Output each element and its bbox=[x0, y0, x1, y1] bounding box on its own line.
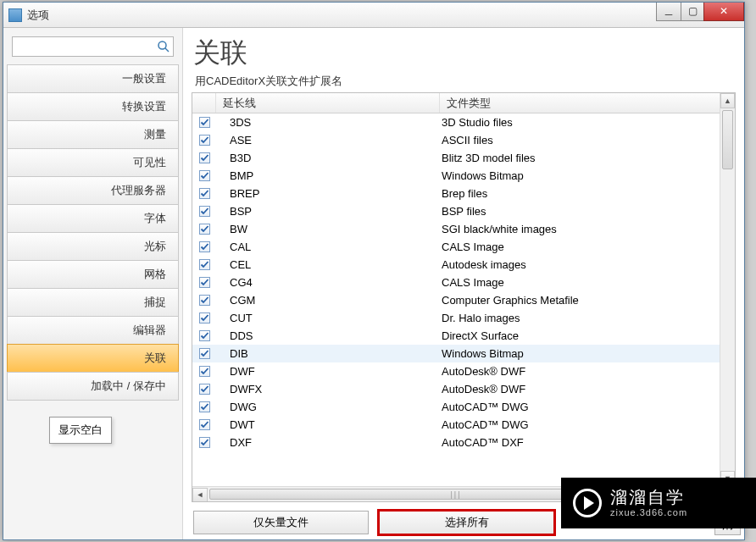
checkbox[interactable] bbox=[199, 419, 210, 430]
row-ext: CEL bbox=[216, 258, 440, 271]
table-row[interactable]: 3DS3D Studio files bbox=[192, 113, 720, 131]
col-checkbox[interactable] bbox=[192, 93, 216, 113]
page-title: 关联 bbox=[193, 35, 736, 72]
table-row[interactable]: DWTAutoCAD™ DWG bbox=[192, 416, 720, 434]
sidebar-item-10[interactable]: 关联 bbox=[7, 344, 179, 373]
row-checkbox-cell[interactable] bbox=[192, 117, 216, 128]
minimize-button[interactable]: ─ bbox=[656, 3, 681, 21]
scroll-thumb[interactable] bbox=[722, 110, 733, 169]
row-checkbox-cell[interactable] bbox=[192, 401, 216, 412]
row-checkbox-cell[interactable] bbox=[192, 348, 216, 359]
row-checkbox-cell[interactable] bbox=[192, 135, 216, 146]
table-row[interactable]: CG4CALS Image bbox=[192, 274, 720, 291]
sidebar-item-8[interactable]: 捕捉 bbox=[7, 288, 179, 317]
table-body: 3DS3D Studio filesASEASCII filesB3DBlitz… bbox=[192, 113, 720, 486]
sidebar-item-4[interactable]: 代理服务器 bbox=[7, 176, 179, 205]
sidebar-item-9[interactable]: 编辑器 bbox=[7, 316, 179, 345]
table-row[interactable]: BWSGI black/white images bbox=[192, 220, 720, 238]
row-checkbox-cell[interactable] bbox=[192, 259, 216, 270]
row-checkbox-cell[interactable] bbox=[192, 170, 216, 181]
vertical-scrollbar[interactable]: ▲ ▼ bbox=[720, 93, 735, 486]
table-row[interactable]: CALCALS Image bbox=[192, 238, 720, 256]
options-window: 选项 ─ ▢ ✕ 一般设置转换设置测量可见性代理服务器字体光标网格捕捉编辑器关联… bbox=[3, 2, 745, 540]
checkbox[interactable] bbox=[199, 170, 210, 181]
sidebar-item-6[interactable]: 光标 bbox=[7, 232, 179, 261]
titlebar[interactable]: 选项 ─ ▢ ✕ bbox=[3, 3, 744, 28]
checkbox[interactable] bbox=[199, 206, 210, 217]
sidebar-item-11[interactable]: 加载中 / 保存中 bbox=[7, 372, 179, 401]
search-input[interactable] bbox=[12, 36, 174, 57]
sidebar-item-2[interactable]: 测量 bbox=[7, 120, 179, 149]
table-row[interactable]: CELAutodesk images bbox=[192, 256, 720, 274]
table-row[interactable]: CUTDr. Halo images bbox=[192, 309, 720, 327]
row-type: ASCII files bbox=[440, 134, 720, 147]
sidebar-item-3[interactable]: 可见性 bbox=[7, 148, 179, 177]
table-row[interactable]: DIBWindows Bitmap bbox=[192, 345, 720, 362]
row-checkbox-cell[interactable] bbox=[192, 277, 216, 288]
watermark-url: zixue.3d66.com bbox=[610, 507, 687, 518]
checkbox[interactable] bbox=[199, 348, 210, 359]
table-row[interactable]: DWFAutoDesk® DWF bbox=[192, 362, 720, 380]
row-checkbox-cell[interactable] bbox=[192, 366, 216, 377]
table-row[interactable]: B3DBlitz 3D model files bbox=[192, 149, 720, 167]
checkbox[interactable] bbox=[199, 401, 210, 412]
search-icon[interactable] bbox=[157, 40, 170, 53]
row-ext: ASE bbox=[216, 134, 440, 147]
checkbox[interactable] bbox=[199, 330, 210, 341]
search-wrapper bbox=[12, 36, 174, 57]
row-checkbox-cell[interactable] bbox=[192, 295, 216, 306]
checkbox[interactable] bbox=[199, 241, 210, 252]
row-checkbox-cell[interactable] bbox=[192, 330, 216, 341]
row-checkbox-cell[interactable] bbox=[192, 152, 216, 163]
checkbox[interactable] bbox=[199, 295, 210, 306]
maximize-button[interactable]: ▢ bbox=[681, 3, 704, 21]
col-filetype[interactable]: 文件类型 bbox=[440, 93, 735, 113]
checkbox[interactable] bbox=[199, 152, 210, 163]
watermark: 溜溜自学 zixue.3d66.com bbox=[561, 478, 756, 528]
vector-only-button[interactable]: 仅矢量文件 bbox=[193, 511, 369, 534]
scroll-left-arrow-icon[interactable]: ◄ bbox=[192, 488, 208, 502]
tooltip: 显示空白 bbox=[49, 417, 112, 444]
table-row[interactable]: BMPWindows Bitmap bbox=[192, 167, 720, 185]
row-checkbox-cell[interactable] bbox=[192, 384, 216, 395]
table-row[interactable]: BSPBSP files bbox=[192, 202, 720, 220]
row-checkbox-cell[interactable] bbox=[192, 241, 216, 252]
select-all-button[interactable]: 选择所有 bbox=[379, 511, 554, 534]
table-row[interactable]: DDSDirectX Surface bbox=[192, 327, 720, 345]
checkbox[interactable] bbox=[199, 312, 210, 324]
table-row[interactable]: DWFXAutoDesk® DWF bbox=[192, 380, 720, 398]
row-checkbox-cell[interactable] bbox=[192, 437, 216, 448]
checkbox[interactable] bbox=[199, 135, 210, 146]
table-row[interactable]: CGMComputer Graphics Metafile bbox=[192, 291, 720, 309]
row-ext: DWT bbox=[216, 418, 440, 431]
sidebar-item-1[interactable]: 转换设置 bbox=[7, 92, 179, 121]
table-row[interactable]: ASEASCII files bbox=[192, 131, 720, 149]
sidebar-item-0[interactable]: 一般设置 bbox=[7, 64, 179, 93]
checkbox[interactable] bbox=[199, 259, 210, 270]
row-checkbox-cell[interactable] bbox=[192, 419, 216, 430]
row-checkbox-cell[interactable] bbox=[192, 312, 216, 324]
sidebar-item-5[interactable]: 字体 bbox=[7, 204, 179, 233]
row-checkbox-cell[interactable] bbox=[192, 224, 216, 235]
close-button[interactable]: ✕ bbox=[703, 3, 744, 21]
checkbox[interactable] bbox=[199, 224, 210, 235]
checkbox[interactable] bbox=[199, 277, 210, 288]
scroll-track[interactable] bbox=[720, 108, 735, 471]
col-extension[interactable]: 延长线 bbox=[216, 93, 440, 113]
row-ext: CGM bbox=[216, 294, 440, 307]
row-type: BSP files bbox=[440, 205, 720, 218]
checkbox[interactable] bbox=[199, 188, 210, 199]
table-row[interactable]: DXFAutoCAD™ DXF bbox=[192, 434, 720, 451]
sidebar-item-7[interactable]: 网格 bbox=[7, 260, 179, 289]
checkbox[interactable] bbox=[199, 384, 210, 395]
table-row[interactable]: DWGAutoCAD™ DWG bbox=[192, 398, 720, 416]
file-assoc-table: 延长线 文件类型 3DS3D Studio filesASEASCII file… bbox=[192, 92, 736, 502]
row-type: Brep files bbox=[440, 187, 720, 200]
checkbox[interactable] bbox=[199, 366, 210, 377]
table-row[interactable]: BREPBrep files bbox=[192, 185, 720, 202]
scroll-up-arrow-icon[interactable]: ▲ bbox=[720, 93, 735, 108]
checkbox[interactable] bbox=[199, 437, 210, 448]
row-checkbox-cell[interactable] bbox=[192, 188, 216, 199]
checkbox[interactable] bbox=[199, 117, 210, 128]
row-checkbox-cell[interactable] bbox=[192, 206, 216, 217]
